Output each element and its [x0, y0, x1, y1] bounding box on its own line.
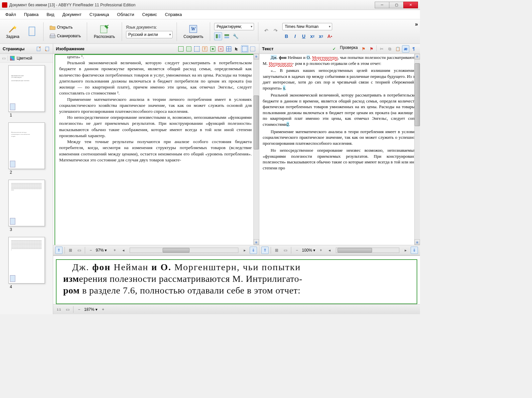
- fit-width-icon[interactable]: ⊞: [273, 247, 280, 254]
- menu-file[interactable]: Файл: [3, 11, 19, 18]
- zoom-content[interactable]: Дж. фон Нейман и О. Моргенштерн, чьи поп…: [53, 256, 420, 304]
- paste-icon[interactable]: 📋: [394, 45, 401, 53]
- bold-button[interactable]: B: [282, 32, 290, 40]
- save-button[interactable]: W Сохранить: [181, 23, 206, 40]
- svg-point-17: [212, 48, 214, 50]
- expand-button[interactable]: ⇓: [250, 247, 257, 254]
- font-select[interactable]: Times New Roman: [282, 23, 332, 30]
- text-panel: Текст ✓ Проверка ⚑ ⚑ ✂ ⧉ 📋 æ ¶: [259, 44, 420, 255]
- color-mode-label[interactable]: Цветной: [17, 56, 32, 61]
- text-hscroll[interactable]: [336, 248, 399, 253]
- zoom-in-button[interactable]: +: [99, 306, 107, 313]
- fit-width-icon[interactable]: ⊞: [67, 247, 74, 254]
- area-picture-icon[interactable]: [193, 45, 200, 53]
- zoom-panel: Дж. фон Нейман и О. Моргенштерн, чьи поп…: [53, 255, 420, 314]
- menu-view[interactable]: Вид: [44, 11, 57, 18]
- collapse-button[interactable]: ⇑: [55, 247, 63, 254]
- area-table-icon[interactable]: T: [201, 45, 208, 53]
- task-button[interactable]: Задача: [3, 23, 22, 40]
- special-char-icon[interactable]: æ: [402, 45, 409, 53]
- zoom-out-button[interactable]: −: [75, 306, 83, 313]
- thumbnail-list[interactable]: МАТЕМАТИЧЕСКАЯОПТИМИЗАЦИЯЭКОНОМИЧЕСКАЯ Т…: [0, 63, 53, 314]
- cut-icon[interactable]: ✂: [378, 45, 385, 53]
- superscript-button[interactable]: x2: [308, 32, 316, 40]
- area-barcode-icon[interactable]: [209, 45, 216, 53]
- pages-tool-2[interactable]: [44, 46, 50, 52]
- image-content[interactable]: цента» ¹. Реальной экономической величин…: [53, 54, 259, 245]
- copy-icon[interactable]: ⧉: [386, 45, 393, 53]
- page-thumb[interactable]: Математические методыоптимизации и эконо…: [8, 122, 45, 175]
- zoom-in-button[interactable]: +: [317, 247, 325, 254]
- verify-label[interactable]: Проверка: [338, 45, 359, 53]
- pointer-icon[interactable]: [233, 45, 240, 53]
- image-zoom-value[interactable]: 97% ▾: [96, 248, 110, 253]
- paragraph-icon[interactable]: ¶: [410, 45, 417, 53]
- scroll-right[interactable]: ▸: [241, 247, 248, 254]
- menu-document[interactable]: Документ: [60, 11, 84, 18]
- svg-rect-22: [250, 47, 255, 51]
- layout-mode-1[interactable]: [214, 32, 222, 40]
- layout-settings[interactable]: 🔧: [231, 32, 239, 40]
- flag-prev-icon[interactable]: ⚑: [360, 45, 367, 53]
- wand-icon: [8, 24, 17, 34]
- zoom-panel-value[interactable]: 187% ▾: [84, 307, 98, 312]
- select-all-icon[interactable]: [241, 45, 248, 53]
- scroll-left[interactable]: ◂: [326, 247, 333, 254]
- lang-select[interactable]: Русский и англи: [126, 31, 173, 38]
- zoom-out-button[interactable]: −: [87, 247, 94, 254]
- menu-edit[interactable]: Правка: [21, 11, 41, 18]
- layout-mode-2[interactable]: [223, 32, 231, 40]
- flag-next-icon[interactable]: ⚑: [368, 45, 375, 53]
- menu-help[interactable]: Справка: [162, 11, 185, 18]
- subscript-button[interactable]: x2: [317, 32, 325, 40]
- fit-icon[interactable]: ▭: [64, 306, 71, 313]
- app-icon: [2, 2, 7, 8]
- redo-button[interactable]: ↷: [272, 27, 280, 35]
- recognize-button[interactable]: Распознать: [91, 23, 118, 40]
- zoom-in-button[interactable]: +: [111, 247, 118, 254]
- font-increase-button[interactable]: A▴: [326, 32, 333, 40]
- menubar: Файл Правка Вид Документ Страница Област…: [0, 10, 420, 19]
- italic-button[interactable]: I: [291, 32, 299, 40]
- text-zoom-value[interactable]: 100% ▾: [302, 248, 316, 253]
- layout-toggle-icon[interactable]: ▭: [2, 56, 6, 61]
- page-thumb[interactable]: aaaaaaaaaaaaaaaaaaaaaaaaaaaaaaaaaaaaaaaa…: [8, 237, 45, 290]
- verify-icon[interactable]: ✓: [331, 45, 338, 53]
- menu-service[interactable]: Сервис: [140, 11, 160, 18]
- area-auto-icon[interactable]: [177, 45, 185, 53]
- collapse-button[interactable]: ⇑: [261, 247, 269, 254]
- toolbar-overflow[interactable]: »: [415, 21, 418, 27]
- pages-tool-1[interactable]: [36, 46, 42, 52]
- fit-page-icon[interactable]: ▭: [75, 247, 83, 254]
- text-content[interactable]: Дж. фон Нейман и О. Моргенштерн, чьи поп…: [259, 54, 420, 245]
- underline-button[interactable]: U: [300, 32, 308, 40]
- image-hscroll[interactable]: [130, 248, 238, 253]
- scan-button[interactable]: Сканировать: [48, 32, 83, 40]
- scroll-right[interactable]: ▸: [402, 247, 409, 254]
- fit-page-icon[interactable]: ▭: [282, 247, 289, 254]
- new-doc-button[interactable]: [25, 25, 39, 38]
- undo-button[interactable]: ↶: [262, 27, 270, 35]
- image-panel-title: Изображение: [56, 46, 84, 51]
- area-text-icon[interactable]: [185, 45, 193, 53]
- page-thumb[interactable]: МАТЕМАТИЧЕСКАЯОПТИМИЗАЦИЯЭКОНОМИЧЕСКАЯ Т…: [8, 65, 45, 118]
- page-thumb[interactable]: aaaaaaaaaaaaaaaaaaaaaaaaaaaaaaaaaaaaaaaa…: [8, 180, 45, 232]
- image-vscroll[interactable]: ⇈ ⇊: [253, 54, 259, 245]
- edit-mode-select[interactable]: Редактируем;: [214, 23, 254, 30]
- maximize-button[interactable]: ▢: [389, 2, 404, 8]
- svg-rect-8: [224, 34, 229, 36]
- text-vscroll[interactable]: ⇈ ⇊: [414, 54, 420, 245]
- area-select-icon[interactable]: [225, 45, 232, 53]
- zoom-mode-icon[interactable]: 1:1: [55, 306, 63, 313]
- zoom-out-button[interactable]: −: [293, 247, 301, 254]
- minimize-button[interactable]: ─: [375, 2, 389, 8]
- expand-button[interactable]: ⇓: [411, 247, 418, 254]
- open-button[interactable]: Открыть: [48, 24, 83, 31]
- scroll-left[interactable]: ◂: [120, 247, 127, 254]
- area-tool-icon[interactable]: [249, 45, 256, 53]
- menu-areas[interactable]: Области: [114, 11, 137, 18]
- menu-page[interactable]: Страница: [87, 11, 112, 18]
- folder-open-icon: [50, 25, 56, 30]
- area-remove-icon[interactable]: [217, 45, 224, 53]
- close-button[interactable]: ✕: [403, 2, 418, 8]
